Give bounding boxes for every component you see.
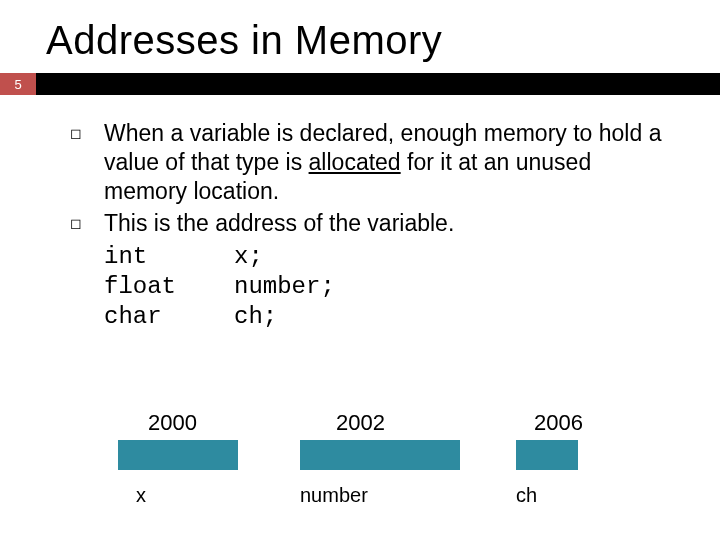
variable-label: number (300, 484, 516, 507)
code-type: int (104, 242, 234, 272)
divider-bar (36, 73, 720, 95)
code-type: float (104, 272, 234, 302)
bullet-item: ◻ When a variable is declared, enough me… (70, 119, 680, 205)
code-type: char (104, 302, 234, 332)
memory-box (118, 440, 238, 470)
slide: Addresses in Memory 5 ◻ When a variable … (0, 0, 720, 540)
divider: 5 (0, 73, 720, 95)
address-labels-row: 2000 2002 2006 (118, 410, 658, 436)
variable-label: ch (516, 484, 646, 507)
code-line: char ch; (104, 302, 680, 332)
address-label: 2002 (300, 410, 516, 436)
bullet-text: When a variable is declared, enough memo… (104, 119, 680, 205)
code-line: float number; (104, 272, 680, 302)
code-rest: number; (234, 272, 335, 302)
bullet-text-underlined: allocated (309, 149, 401, 175)
bullet-marker-icon: ◻ (70, 119, 104, 205)
bullet-marker-icon: ◻ (70, 209, 104, 238)
bullet-text-pre: This is the address of the variable. (104, 210, 454, 236)
memory-box (516, 440, 578, 470)
code-rest: x; (234, 242, 263, 272)
code-block: int x; float number; char ch; (104, 242, 680, 332)
memory-boxes-row (118, 440, 658, 470)
code-rest: ch; (234, 302, 277, 332)
code-line: int x; (104, 242, 680, 272)
bullet-text: This is the address of the variable. (104, 209, 454, 238)
memory-diagram: 2000 2002 2006 x number ch (118, 410, 658, 507)
content-area: ◻ When a variable is declared, enough me… (0, 95, 720, 332)
slide-title: Addresses in Memory (0, 0, 720, 73)
bullet-item: ◻ This is the address of the variable. (70, 209, 680, 238)
address-label: 2006 (516, 410, 646, 436)
variable-label: x (118, 484, 300, 507)
memory-box (300, 440, 460, 470)
variable-labels-row: x number ch (118, 484, 658, 507)
page-number-badge: 5 (0, 73, 36, 95)
address-label: 2000 (118, 410, 300, 436)
